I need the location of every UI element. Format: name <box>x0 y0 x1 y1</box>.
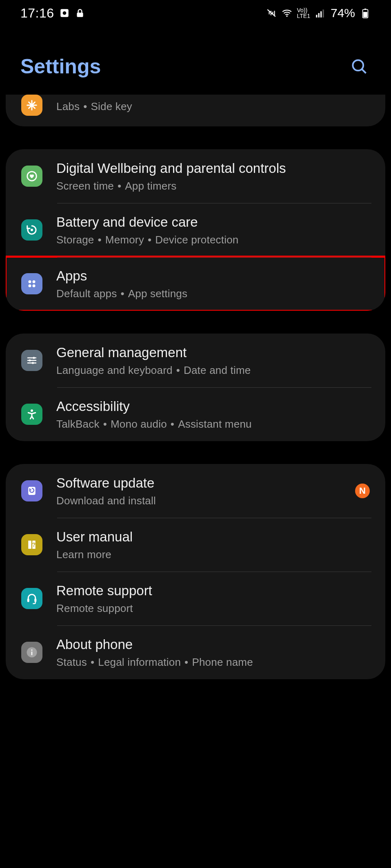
row-software-update[interactable]: Software update Download and install N <box>6 464 385 518</box>
apps-icon <box>21 273 42 294</box>
sub: Remote support <box>56 602 133 614</box>
notification-badge: N <box>355 484 370 498</box>
row-title: Accessibility <box>56 398 370 415</box>
row-title: Battery and device care <box>56 214 370 231</box>
sub: Screen time <box>56 180 114 192</box>
accessibility-icon <box>21 404 42 425</box>
sub: App timers <box>125 180 176 192</box>
page-title: Settings <box>20 55 101 78</box>
sub: Language and keyboard <box>56 364 173 376</box>
volte-label: Vo)) LTE1 <box>297 7 310 19</box>
status-time: 17:16 <box>20 6 54 21</box>
wifi-icon <box>282 8 292 18</box>
signal-icon <box>315 8 326 18</box>
svg-rect-10 <box>363 12 367 17</box>
svg-rect-5 <box>318 13 320 18</box>
svg-point-1 <box>62 11 66 15</box>
row-apps[interactable]: Apps Default apps•App settings <box>6 257 385 311</box>
user-manual-icon: ? <box>21 534 42 555</box>
settings-group-system: Software update Download and install N ?… <box>6 464 385 679</box>
lock-icon <box>75 8 85 18</box>
svg-rect-24 <box>27 599 29 602</box>
vibrate-icon <box>266 8 277 18</box>
svg-point-17 <box>33 285 36 287</box>
about-phone-icon <box>21 642 42 663</box>
settings-group-care: Digital Wellbeing and parental controls … <box>6 149 385 311</box>
svg-point-11 <box>353 60 363 71</box>
sub: Learn more <box>56 548 111 561</box>
row-user-manual[interactable]: ? User manual Learn more <box>6 518 385 572</box>
sub: Default apps <box>56 287 117 300</box>
svg-rect-9 <box>364 9 366 10</box>
svg-point-18 <box>33 357 35 359</box>
row-about-phone[interactable]: About phone Status•Legal information•Pho… <box>6 625 385 679</box>
settings-group-advanced: Labs•Side key <box>6 95 385 126</box>
svg-rect-2 <box>77 13 83 17</box>
status-bar: 17:16 Vo)) LTE1 74% <box>6 0 385 26</box>
battery-percent: 74% <box>331 6 355 20</box>
svg-point-13 <box>31 229 33 231</box>
sub: Assistant menu <box>178 418 252 430</box>
svg-rect-28 <box>31 649 33 651</box>
sub: Phone name <box>192 656 253 668</box>
advanced-features-icon <box>21 95 42 116</box>
battery-icon <box>360 8 371 18</box>
row-title: Digital Wellbeing and parental controls <box>56 160 370 177</box>
row-title: Remote support <box>56 582 370 599</box>
sub: App settings <box>128 287 188 300</box>
sub: Download and install <box>56 495 156 507</box>
svg-text:?: ? <box>32 542 36 548</box>
settings-header: Settings <box>6 26 385 95</box>
svg-rect-6 <box>320 11 322 18</box>
search-button[interactable] <box>348 55 371 78</box>
row-title: Software update <box>56 475 346 492</box>
svg-point-21 <box>31 409 33 412</box>
row-advanced-features[interactable]: Labs•Side key <box>6 95 385 126</box>
svg-rect-4 <box>316 15 317 18</box>
software-update-icon <box>21 480 42 501</box>
row-digital-wellbeing[interactable]: Digital Wellbeing and parental controls … <box>6 149 385 203</box>
search-icon <box>350 57 368 75</box>
svg-rect-27 <box>31 652 33 655</box>
sub: Device protection <box>155 234 238 246</box>
svg-point-16 <box>29 285 31 287</box>
sub: TalkBack <box>56 418 100 430</box>
svg-point-15 <box>33 280 36 283</box>
row-title: General management <box>56 344 370 361</box>
svg-point-19 <box>29 360 31 362</box>
svg-point-14 <box>29 280 31 283</box>
svg-rect-7 <box>322 9 324 18</box>
settings-group-general: General management Language and keyboard… <box>6 334 385 441</box>
sub: Legal information <box>98 656 181 668</box>
sub: Memory <box>105 234 144 246</box>
row-remote-support[interactable]: Remote support Remote support <box>6 572 385 625</box>
icon-unknown-square <box>59 8 70 18</box>
advanced-sub-2: Side key <box>91 100 132 113</box>
sub: Storage <box>56 234 94 246</box>
sub: Date and time <box>184 364 251 376</box>
sub: Mono audio <box>111 418 167 430</box>
svg-point-3 <box>286 15 287 17</box>
row-title: Apps <box>56 267 370 285</box>
remote-support-icon <box>21 588 42 609</box>
row-battery-device-care[interactable]: Battery and device care Storage•Memory•D… <box>6 203 385 257</box>
advanced-sub-1: Labs <box>56 100 80 113</box>
battery-care-icon <box>21 219 42 241</box>
general-management-icon <box>21 350 42 371</box>
svg-rect-25 <box>34 599 36 602</box>
sub: Status <box>56 656 87 668</box>
row-title: User manual <box>56 528 370 546</box>
row-accessibility[interactable]: Accessibility TalkBack•Mono audio•Assist… <box>6 387 385 441</box>
row-general-management[interactable]: General management Language and keyboard… <box>6 334 385 387</box>
svg-point-20 <box>32 362 34 364</box>
row-title: About phone <box>56 636 370 653</box>
digital-wellbeing-icon <box>21 166 42 187</box>
